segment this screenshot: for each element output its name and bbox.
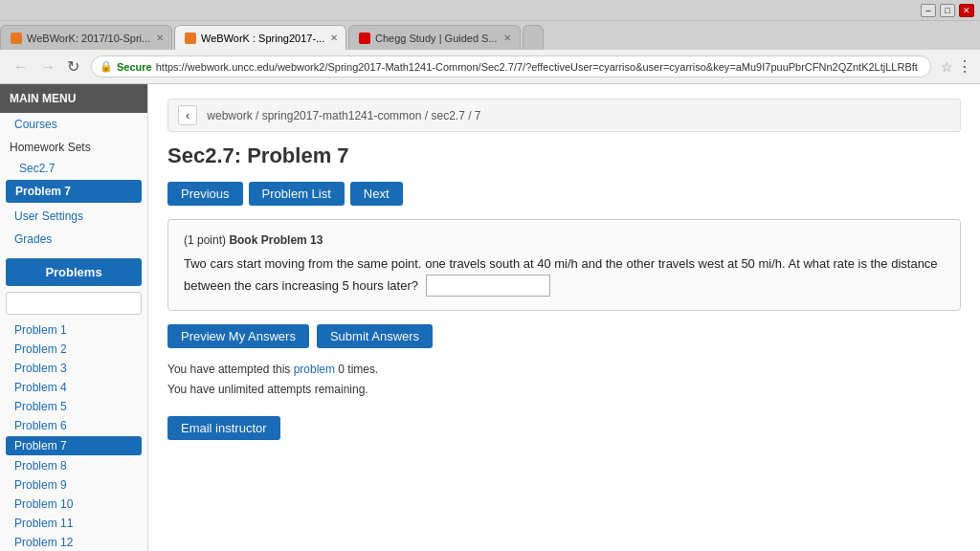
tab1-favicon bbox=[11, 33, 22, 44]
problem-points: (1 point) Book Problem 13 bbox=[184, 233, 945, 247]
sidebar-sec27[interactable]: Sec2.7 bbox=[0, 159, 147, 178]
tab-webwork2[interactable]: WeBWorK : Spring2017-... ✕ bbox=[174, 25, 346, 50]
browser-chrome: WeBWorK: 2017/10-Spri... ✕ WeBWorK : Spr… bbox=[0, 21, 980, 84]
sidebar-problem-10[interactable]: Problem 10 bbox=[0, 495, 147, 514]
problem-list-button[interactable]: Problem List bbox=[249, 182, 345, 206]
sidebar-problem-9[interactable]: Problem 9 bbox=[0, 475, 147, 495]
answer-input[interactable] bbox=[426, 275, 550, 297]
address-bar[interactable]: 🔒 Secure https://webwork.uncc.edu/webwor… bbox=[91, 55, 931, 77]
page-wrapper: MAIN MENU Courses Homework Sets Sec2.7 P… bbox=[0, 84, 980, 551]
tab-bar: WeBWorK: 2017/10-Spri... ✕ WeBWorK : Spr… bbox=[0, 21, 980, 50]
address-text: https://webwork.uncc.edu/webwork2/Spring… bbox=[156, 61, 918, 73]
tab3-favicon bbox=[359, 33, 370, 44]
secure-label: Secure bbox=[117, 61, 152, 73]
sidebar: MAIN MENU Courses Homework Sets Sec2.7 P… bbox=[0, 84, 148, 551]
next-button[interactable]: Next bbox=[350, 182, 403, 206]
refresh-button[interactable]: ↻ bbox=[61, 55, 85, 77]
sidebar-problem-8[interactable]: Problem 8 bbox=[0, 456, 147, 475]
attempt-line2: You have unlimited attempts remaining. bbox=[167, 380, 961, 401]
problem-list: Problem 1Problem 2Problem 3Problem 4Prob… bbox=[0, 320, 147, 551]
previous-button[interactable]: Previous bbox=[167, 182, 243, 206]
sidebar-problem-1[interactable]: Problem 1 bbox=[0, 320, 147, 340]
secure-icon: 🔒 bbox=[100, 60, 113, 73]
bookmark-button[interactable]: ☆ bbox=[941, 59, 953, 75]
book-label: Book Problem 13 bbox=[229, 233, 323, 247]
minimize-button[interactable]: – bbox=[921, 4, 936, 17]
problem-search-input[interactable] bbox=[6, 292, 142, 315]
attempt-line1: You have attempted this problem 0 times. bbox=[167, 360, 961, 381]
menu-button[interactable]: ⋮ bbox=[957, 57, 972, 76]
preview-button[interactable]: Preview My Answers bbox=[167, 324, 309, 348]
window-controls[interactable]: – □ ✕ bbox=[921, 4, 974, 17]
breadcrumb-back-button[interactable]: ‹ bbox=[178, 105, 197, 125]
problem-box: (1 point) Book Problem 13 Two cars start… bbox=[167, 219, 961, 311]
close-button[interactable]: ✕ bbox=[959, 4, 974, 17]
problems-button[interactable]: Problems bbox=[6, 258, 142, 286]
back-button[interactable]: ← bbox=[8, 56, 34, 77]
sidebar-problem-4[interactable]: Problem 4 bbox=[0, 378, 147, 397]
title-bar: – □ ✕ bbox=[0, 0, 980, 21]
sidebar-problem-3[interactable]: Problem 3 bbox=[0, 359, 147, 378]
sidebar-problem7[interactable]: Problem 7 bbox=[6, 180, 142, 203]
tab3-label: Chegg Study | Guided S... bbox=[375, 33, 498, 44]
sidebar-grades[interactable]: Grades bbox=[0, 228, 147, 251]
problem-link[interactable]: problem bbox=[294, 363, 335, 376]
forward-button[interactable]: → bbox=[34, 56, 61, 77]
main-content: ‹ webwork / spring2017-math1241-common /… bbox=[148, 84, 980, 551]
tab2-label: WeBWorK : Spring2017-... bbox=[201, 33, 324, 44]
problem-text-content: Two cars start moving from the same poin… bbox=[184, 256, 938, 293]
tab2-favicon bbox=[185, 33, 196, 44]
tab1-close[interactable]: ✕ bbox=[156, 33, 164, 43]
tab3-close[interactable]: ✕ bbox=[503, 33, 511, 43]
attempt-count: 0 times. bbox=[338, 363, 378, 376]
submit-button[interactable]: Submit Answers bbox=[317, 324, 433, 348]
page-title: Sec2.7: Problem 7 bbox=[167, 143, 961, 168]
nav-bar: ← → ↻ 🔒 Secure https://webwork.uncc.edu/… bbox=[0, 50, 980, 84]
maximize-button[interactable]: □ bbox=[940, 4, 955, 17]
tab1-label: WeBWorK: 2017/10-Spri... bbox=[27, 33, 150, 44]
nav-buttons: Previous Problem List Next bbox=[167, 182, 961, 206]
submit-buttons: Preview My Answers Submit Answers bbox=[167, 324, 961, 348]
sidebar-homework-sets: Homework Sets bbox=[0, 136, 147, 159]
sidebar-problem-6[interactable]: Problem 6 bbox=[0, 416, 147, 435]
email-instructor-button[interactable]: Email instructor bbox=[167, 416, 280, 440]
sidebar-problem-2[interactable]: Problem 2 bbox=[0, 340, 147, 359]
attempt-info: You have attempted this problem 0 times.… bbox=[167, 360, 961, 401]
sidebar-user-settings[interactable]: User Settings bbox=[0, 205, 147, 228]
points-value: (1 point) bbox=[184, 233, 226, 247]
breadcrumb-path: webwork / spring2017-math1241-common / s… bbox=[207, 109, 480, 122]
sidebar-problem-11[interactable]: Problem 11 bbox=[0, 514, 147, 533]
problem-text: Two cars start moving from the same poin… bbox=[184, 254, 945, 297]
sidebar-item-courses[interactable]: Courses bbox=[0, 113, 147, 136]
sidebar-problem-5[interactable]: Problem 5 bbox=[0, 397, 147, 416]
tab-empty[interactable] bbox=[523, 25, 544, 50]
tab-webwork1[interactable]: WeBWorK: 2017/10-Spri... ✕ bbox=[0, 25, 172, 50]
sidebar-problem-7[interactable]: Problem 7 bbox=[6, 436, 142, 455]
tab-chegg[interactable]: Chegg Study | Guided S... ✕ bbox=[348, 25, 521, 50]
sidebar-main-menu-label: MAIN MENU bbox=[0, 84, 147, 113]
breadcrumb: ‹ webwork / spring2017-math1241-common /… bbox=[167, 99, 961, 132]
sidebar-problem-12[interactable]: Problem 12 bbox=[0, 533, 147, 551]
tab2-close[interactable]: ✕ bbox=[330, 33, 338, 43]
